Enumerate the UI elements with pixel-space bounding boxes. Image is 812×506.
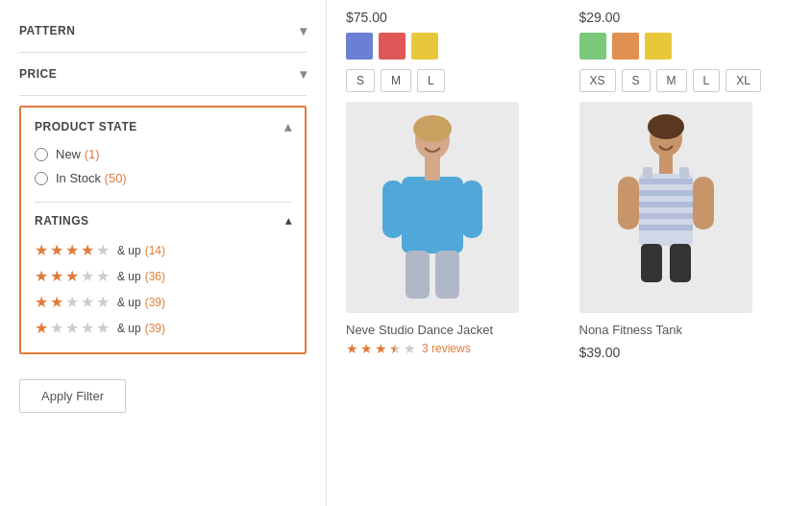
star3: ★ [65, 293, 79, 311]
svg-rect-22 [670, 244, 691, 282]
price-header[interactable]: PRICE ▾ [19, 66, 307, 82]
star2: ★ [50, 319, 63, 337]
rating-row-3[interactable]: ★ ★ ★ ★ ★ & up (36) [35, 263, 291, 289]
swatch-red[interactable] [379, 33, 406, 60]
svg-rect-2 [402, 177, 463, 253]
star5: ★ [96, 319, 110, 337]
product-state-header[interactable]: PRODUCT STATE ▴ [35, 119, 291, 134]
ratings-header[interactable]: RATINGS ▴ [35, 214, 291, 228]
size-l[interactable]: L [693, 69, 721, 92]
star1: ★ [35, 267, 48, 285]
rating-text-1: & up [117, 322, 141, 335]
filter-option-new[interactable]: New (1) [35, 142, 291, 166]
ratings-section: RATINGS ▴ ★ ★ ★ ★ ★ & up (14) [21, 203, 305, 352]
stars-1: ★ ★ ★ ★ ★ [35, 319, 110, 337]
product-1-image [346, 102, 519, 313]
svg-rect-20 [693, 177, 714, 229]
svg-rect-18 [679, 167, 689, 179]
product-2-price: $29.00 [579, 10, 621, 25]
highlighted-filter-wrapper: PRODUCT STATE ▴ New (1) In Stock (50) RA… [19, 106, 307, 354]
swatch-green[interactable] [579, 33, 606, 60]
svg-rect-6 [406, 251, 430, 299]
ratings-label: RATINGS [35, 214, 89, 228]
product-state-chevron: ▴ [284, 119, 292, 134]
swatch-blue[interactable] [346, 33, 373, 60]
size-m[interactable]: M [656, 69, 687, 92]
star4: ★ [81, 241, 94, 259]
star1: ★ [35, 319, 48, 337]
star4-half: ★ [389, 341, 402, 356]
size-xs[interactable]: XS [579, 69, 616, 92]
stars-2: ★ ★ ★ ★ ★ [35, 293, 110, 311]
swatch-yellow[interactable] [645, 33, 672, 60]
svg-rect-14 [639, 202, 693, 207]
star5: ★ [96, 241, 110, 259]
rating-text-2: & up [117, 296, 141, 309]
rating-count-4: (14) [145, 244, 165, 257]
price-section: PRICE ▾ [19, 53, 307, 96]
product-2-swatches [579, 33, 672, 60]
product-1-svg [375, 111, 490, 303]
star2: ★ [50, 293, 63, 311]
size-m[interactable]: M [381, 69, 411, 92]
swatch-orange[interactable] [612, 33, 639, 60]
product-1: $75.00 S M L [346, 10, 560, 496]
pattern-header[interactable]: PATTERN ▾ [19, 23, 307, 38]
rating-text-3: & up [117, 270, 141, 283]
product-2-sizes: XS S M L XL [579, 69, 761, 92]
stars-3: ★ ★ ★ ★ ★ [35, 267, 110, 285]
size-l[interactable]: L [417, 69, 445, 92]
rating-row-2[interactable]: ★ ★ ★ ★ ★ & up (39) [35, 289, 291, 315]
product-1-reviews: ★ ★ ★ ★ ★ 3 reviews [346, 341, 471, 356]
apply-filter-button[interactable]: Apply Filter [19, 379, 126, 413]
star5: ★ [96, 293, 110, 311]
svg-rect-13 [639, 190, 693, 196]
product-2-image [579, 102, 752, 313]
svg-rect-15 [639, 213, 693, 219]
star2: ★ [360, 341, 373, 356]
star3: ★ [65, 241, 79, 259]
sidebar: PATTERN ▾ PRICE ▾ PRODUCT STATE ▴ New (1 [0, 0, 327, 506]
svg-rect-10 [659, 155, 673, 176]
filter-option-instock[interactable]: In Stock (50) [35, 166, 291, 190]
rating-count-1: (39) [145, 322, 165, 335]
product-2-name: Nona Fitness Tank [579, 323, 682, 337]
radio-instock[interactable] [35, 172, 48, 185]
svg-rect-3 [425, 157, 440, 181]
star5: ★ [404, 341, 416, 356]
svg-rect-12 [639, 179, 693, 184]
pattern-chevron: ▾ [300, 23, 308, 38]
rating-text-4: & up [117, 244, 141, 257]
star3: ★ [65, 319, 79, 337]
radio-new[interactable] [35, 148, 48, 161]
product-1-name: Neve Studio Dance Jacket [346, 323, 493, 337]
product-1-stars: ★ ★ ★ ★ ★ [346, 341, 416, 356]
product-2: $29.00 XS S M L XL [579, 10, 794, 496]
svg-rect-17 [643, 167, 652, 179]
star3: ★ [375, 341, 387, 356]
product-state-label: PRODUCT STATE [35, 120, 137, 133]
size-s[interactable]: S [622, 69, 651, 92]
star4: ★ [81, 319, 94, 337]
rating-row-1[interactable]: ★ ★ ★ ★ ★ & up (39) [35, 315, 291, 341]
svg-rect-5 [461, 181, 482, 238]
svg-rect-7 [435, 251, 459, 299]
pattern-label: PATTERN [19, 24, 75, 37]
product-1-swatches [346, 33, 438, 60]
rating-count-2: (39) [145, 296, 165, 309]
svg-rect-21 [641, 244, 662, 282]
rating-row-4[interactable]: ★ ★ ★ ★ ★ & up (14) [35, 237, 291, 263]
star2: ★ [50, 267, 63, 285]
size-s[interactable]: S [346, 69, 375, 92]
product-1-price: $75.00 [346, 10, 387, 25]
star1: ★ [35, 241, 48, 259]
product-2-bottom-price: $39.00 [579, 345, 621, 360]
ratings-chevron: ▴ [285, 214, 292, 228]
product-grid: $75.00 S M L [327, 0, 812, 506]
size-xl[interactable]: XL [726, 69, 761, 92]
star1: ★ [346, 341, 358, 356]
swatch-yellow[interactable] [411, 33, 438, 60]
pattern-section: PATTERN ▾ [19, 10, 307, 53]
stars-4: ★ ★ ★ ★ ★ [35, 241, 110, 259]
svg-rect-16 [639, 225, 693, 230]
